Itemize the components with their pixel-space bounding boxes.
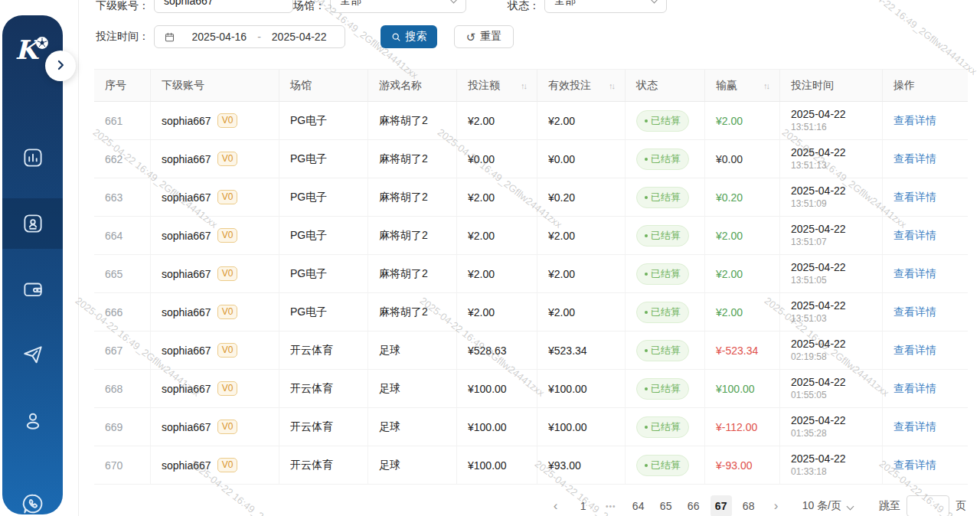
column-header-bet[interactable]: 投注额↑↓ xyxy=(457,70,537,101)
bet-date: 2025-04-22 xyxy=(791,376,846,389)
sidebar-item-wallet[interactable] xyxy=(2,273,63,306)
cell-account: sophia667 V0 xyxy=(151,446,279,484)
page-button-67[interactable]: 67 xyxy=(710,495,732,516)
jump-page-input[interactable] xyxy=(906,495,949,516)
cell-game-name: 麻将胡了2 xyxy=(368,140,457,178)
status-dot-icon xyxy=(645,349,648,352)
cell-win-loss: ¥0.20 xyxy=(705,178,780,216)
cell-bet-amount: ¥2.00 xyxy=(457,293,537,331)
view-details-link[interactable]: 查看详情 xyxy=(893,344,936,358)
view-details-link[interactable]: 查看详情 xyxy=(893,152,936,166)
bet-time: 01:33:18 xyxy=(791,465,846,478)
bet-date: 2025-04-22 xyxy=(791,146,846,159)
bet-date: 2025-04-22 xyxy=(791,108,846,121)
status-badge: 已结算 xyxy=(636,416,689,438)
date-range-values: 2025-04-16 - 2025-04-22 xyxy=(192,31,327,43)
cell-win-loss: ¥2.00 xyxy=(705,255,780,292)
cell-action: 查看详情 xyxy=(883,408,968,446)
cell-action: 查看详情 xyxy=(883,217,968,254)
account-name: sophia667 xyxy=(162,306,211,318)
sidebar-item-support[interactable] xyxy=(2,487,63,516)
win-loss-amount: ¥2.00 xyxy=(716,230,743,242)
cell-game-name: 足球 xyxy=(368,331,457,369)
page-button-64[interactable]: 64 xyxy=(628,495,649,516)
view-details-link[interactable]: 查看详情 xyxy=(893,267,936,281)
cell-status: 已结算 xyxy=(626,102,705,139)
cell-valid-bet: ¥523.34 xyxy=(537,331,626,369)
column-header-label: 场馆 xyxy=(290,79,312,93)
cell-game-name: 麻将胡了2 xyxy=(368,293,457,331)
status-value: 全部 xyxy=(554,0,576,8)
page-button-66[interactable]: 66 xyxy=(683,495,704,516)
cell-row-number: 665 xyxy=(94,255,151,292)
cell-venue: 开云体育 xyxy=(279,331,368,369)
sidebar-expand-button[interactable] xyxy=(45,51,76,81)
table-row: 668 sophia667 V0 开云体育 足球 ¥100.00 ¥100.00… xyxy=(94,370,968,408)
cell-status: 已结算 xyxy=(626,370,705,407)
sort-icon[interactable]: ↑↓ xyxy=(759,81,769,90)
view-details-link[interactable]: 查看详情 xyxy=(893,229,936,243)
view-details-link[interactable]: 查看详情 xyxy=(893,420,936,434)
cell-bet-time: 2025-04-22 02:19:58 xyxy=(780,331,883,369)
cell-venue: PG电子 xyxy=(279,293,368,331)
chevron-down-icon xyxy=(450,0,458,3)
status-badge: 已结算 xyxy=(636,149,689,170)
view-details-link[interactable]: 查看详情 xyxy=(893,114,936,128)
bet-date: 2025-04-22 xyxy=(791,261,846,274)
sidebar-item-stats[interactable] xyxy=(2,141,63,175)
venue-select[interactable]: 全部 xyxy=(330,0,466,13)
date-to: 2025-04-22 xyxy=(272,31,327,43)
status-text: 已结算 xyxy=(651,305,681,319)
search-button[interactable]: 搜索 xyxy=(381,25,437,48)
column-header-win[interactable]: 输赢↑↓ xyxy=(705,70,780,101)
view-details-link[interactable]: 查看详情 xyxy=(893,191,936,204)
view-details-link[interactable]: 查看详情 xyxy=(893,382,936,396)
bet-time-label: 投注时间： xyxy=(96,30,149,44)
date-range-picker[interactable]: 2025-04-16 - 2025-04-22 xyxy=(154,25,345,48)
venue-value: 全部 xyxy=(340,0,361,8)
status-select[interactable]: 全部 xyxy=(544,0,667,13)
bet-time: 01:55:05 xyxy=(791,389,846,402)
bet-time: 13:51:09 xyxy=(791,198,846,211)
app-logo: K xyxy=(15,35,51,64)
page-size-select[interactable]: 10 条/页 xyxy=(802,499,853,513)
view-details-link[interactable]: 查看详情 xyxy=(893,459,936,472)
sidebar-item-profile[interactable] xyxy=(2,404,63,438)
sort-icon[interactable]: ↑↓ xyxy=(604,81,614,90)
page-button-68[interactable]: 68 xyxy=(738,495,760,516)
view-details-link[interactable]: 查看详情 xyxy=(893,305,936,319)
cell-win-loss: ¥2.00 xyxy=(705,293,780,331)
cell-bet-time: 2025-04-22 13:51:16 xyxy=(780,102,883,139)
sort-icon[interactable]: ↑↓ xyxy=(516,81,526,90)
sidebar-nav xyxy=(2,141,63,516)
column-header-valid-bet[interactable]: 有效投注↑↓ xyxy=(537,70,626,101)
table-row: 665 sophia667 V0 PG电子 麻将胡了2 ¥2.00 ¥2.00 … xyxy=(94,255,968,293)
cell-account: sophia667 V0 xyxy=(151,255,279,292)
page-unit-label: 页 xyxy=(956,499,966,513)
cell-venue: PG电子 xyxy=(279,217,368,254)
page-button-65[interactable]: 65 xyxy=(655,495,677,516)
account-input[interactable] xyxy=(154,0,293,13)
vip-level-badge: V0 xyxy=(217,381,238,396)
cell-game-name: 麻将胡了2 xyxy=(368,217,457,254)
status-dot-icon xyxy=(645,426,648,429)
cell-row-number: 668 xyxy=(94,370,151,407)
win-loss-amount: ¥-523.34 xyxy=(716,345,758,357)
search-button-label: 搜索 xyxy=(406,30,427,44)
page-button-1[interactable]: 1 xyxy=(573,495,594,516)
paper-plane-icon xyxy=(21,343,45,367)
cell-venue: PG电子 xyxy=(279,102,368,139)
sidebar: K xyxy=(2,15,63,514)
sidebar-item-promotion[interactable] xyxy=(2,338,63,372)
cell-account: sophia667 V0 xyxy=(151,331,279,369)
cell-valid-bet: ¥100.00 xyxy=(537,370,626,407)
prev-page-button[interactable]: ‹ xyxy=(545,495,567,516)
cell-win-loss: ¥100.00 xyxy=(705,370,780,407)
next-page-button[interactable]: › xyxy=(766,495,787,516)
sidebar-item-members[interactable] xyxy=(2,198,63,249)
bet-date: 2025-04-22 xyxy=(791,299,846,312)
cell-venue: PG电子 xyxy=(279,140,368,178)
vip-level-badge: V0 xyxy=(217,228,238,243)
cell-bet-time: 2025-04-22 13:51:13 xyxy=(780,140,883,178)
reset-button[interactable]: ↺ 重置 xyxy=(454,25,514,48)
